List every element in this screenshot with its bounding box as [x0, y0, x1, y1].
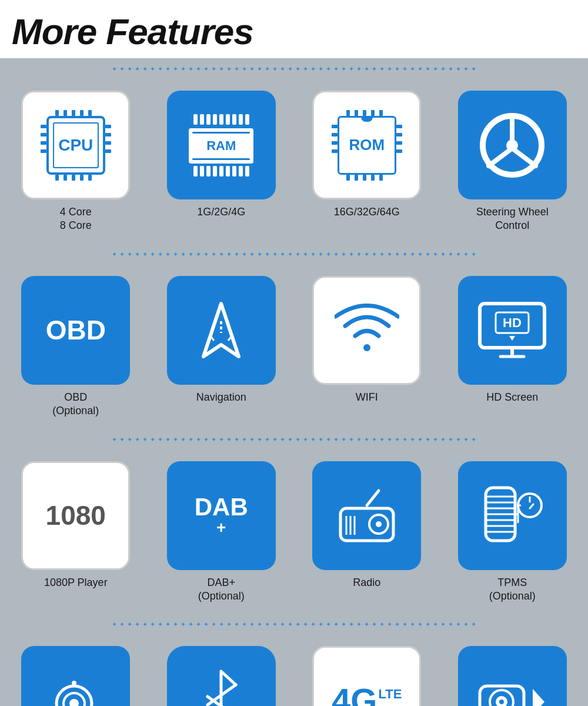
1080p-label: 1080	[46, 499, 106, 531]
rom-icon-box: ROM	[312, 91, 421, 199]
tpms-feature-label: TPMS(Optional)	[489, 576, 536, 604]
steering-wheel-icon	[477, 110, 547, 181]
ram-icon-box: RAM	[167, 91, 276, 199]
divider-2: ✦✦✦✦✦✦✦✦✦✦✦✦✦✦✦✦✦✦✦✦✦✦✦✦✦✦✦✦✦✦✦✦✦✦✦✦✦✦✦✦…	[0, 244, 588, 265]
obd-label: OBD	[46, 314, 106, 346]
feature-camera: Camera	[6, 646, 146, 706]
section-4: Camera Bluetooth 4G	[0, 635, 588, 706]
svg-rect-17	[340, 508, 393, 541]
feature-ram: RAM 1G/2G/4G	[152, 91, 292, 233]
4g-icon: 4G LTE	[332, 684, 402, 706]
feature-radio: Radio	[297, 461, 437, 604]
bluetooth-icon-box	[167, 646, 276, 706]
cpu-chip: CPU	[41, 110, 111, 181]
feature-steering: Steering WheelControl	[443, 91, 583, 233]
dab-feature-label: DAB+(Optional)	[198, 576, 245, 604]
feature-obd: OBD OBD(Optional)	[6, 276, 146, 418]
feature-4g: 4G LTE Suppout 4G	[297, 646, 437, 706]
dab-icon-box: DAB +	[167, 461, 276, 570]
page-title: More Features	[0, 0, 588, 58]
feature-dvr: DVR(Optional)	[443, 646, 583, 706]
svg-marker-15	[509, 336, 515, 341]
dvr-icon	[477, 671, 547, 706]
dab-icon: DAB +	[195, 495, 248, 536]
hdscreen-icon: HD	[477, 301, 547, 359]
svg-line-3	[512, 148, 536, 166]
section-1: CPU 4 Core8 Core RAM	[0, 80, 588, 244]
4g-icon-box: 4G LTE	[312, 646, 421, 706]
navigation-icon	[192, 301, 250, 359]
bluetooth-icon	[201, 668, 242, 706]
feature-dab: DAB + DAB+(Optional)	[152, 461, 292, 604]
svg-line-33	[530, 504, 533, 508]
dvr-icon-box	[458, 646, 567, 706]
navigation-icon-box	[167, 276, 276, 385]
feature-rom: ROM 16G/32G/64G	[297, 91, 437, 233]
radio-feature-label: Radio	[353, 576, 380, 590]
obd-icon-box: OBD	[21, 276, 130, 385]
ram-feature-label: 1G/2G/4G	[197, 205, 245, 219]
cpu-feature-label: 4 Core8 Core	[60, 205, 92, 233]
section-2: OBD OBD(Optional) Navigation	[0, 265, 588, 429]
feature-navigation: Navigation	[152, 276, 292, 418]
svg-line-2	[489, 148, 512, 166]
divider-4: ✦✦✦✦✦✦✦✦✦✦✦✦✦✦✦✦✦✦✦✦✦✦✦✦✦✦✦✦✦✦✦✦✦✦✦✦✦✦✦✦…	[0, 614, 588, 635]
section-3: 1080 1080P Player DAB + DAB+(Optional)	[0, 451, 588, 614]
svg-point-4	[506, 139, 518, 151]
steering-feature-label: Steering WheelControl	[476, 205, 549, 233]
feature-bluetooth: Bluetooth	[152, 646, 292, 706]
svg-point-39	[69, 699, 79, 706]
feature-1080p: 1080 1080P Player	[6, 461, 146, 604]
tpms-icon-box	[458, 461, 567, 570]
camera-icon	[42, 671, 109, 706]
hdscreen-icon-box: HD	[458, 276, 567, 385]
radio-icon-box	[312, 461, 421, 570]
svg-line-44	[221, 671, 236, 685]
navigation-feature-label: Navigation	[196, 391, 246, 404]
radio-icon	[335, 488, 399, 544]
svg-line-16	[367, 491, 379, 505]
ram-icon: RAM	[189, 114, 253, 176]
wifi-feature-label: WIFI	[356, 391, 378, 404]
1080p-icon-box: 1080	[21, 461, 130, 570]
feature-wifi: WIFI	[297, 276, 437, 418]
divider-3: ✦✦✦✦✦✦✦✦✦✦✦✦✦✦✦✦✦✦✦✦✦✦✦✦✦✦✦✦✦✦✦✦✦✦✦✦✦✦✦✦…	[0, 429, 588, 451]
feature-cpu: CPU 4 Core8 Core	[6, 91, 146, 233]
rom-chip: ROM	[332, 110, 402, 181]
rom-feature-label: 16G/32G/64G	[334, 205, 400, 219]
obd-feature-label: OBD(Optional)	[52, 391, 99, 418]
divider-1: ✦✦✦✦✦✦✦✦✦✦✦✦✦✦✦✦✦✦✦✦✦✦✦✦✦✦✦✦✦✦✦✦✦✦✦✦✦✦✦✦…	[0, 58, 588, 80]
tpms-icon	[480, 482, 544, 550]
cpu-icon-box: CPU	[21, 91, 130, 199]
feature-tpms: TPMS(Optional)	[443, 461, 583, 604]
wifi-icon	[335, 304, 399, 357]
svg-point-9	[363, 344, 370, 351]
wifi-icon-box	[312, 276, 421, 385]
steering-icon-box	[458, 91, 567, 199]
cpu-label: CPU	[58, 136, 93, 155]
svg-point-42	[72, 681, 76, 685]
feature-hdscreen: HD HD Screen	[443, 276, 583, 418]
hdscreen-feature-label: HD Screen	[486, 391, 538, 404]
rom-label: ROM	[349, 136, 385, 154]
1080p-feature-label: 1080P Player	[44, 576, 108, 590]
svg-marker-5	[203, 304, 239, 357]
svg-text:HD: HD	[503, 315, 522, 330]
camera-icon-box	[21, 646, 130, 706]
svg-point-22	[376, 521, 382, 527]
svg-point-53	[499, 700, 504, 704]
svg-marker-52	[533, 689, 544, 706]
